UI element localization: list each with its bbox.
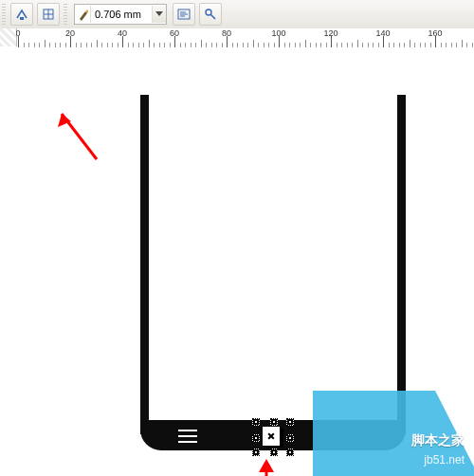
selection-bounding-box[interactable] [252,418,294,456]
chevron-down-icon [155,11,163,17]
svg-rect-0 [20,17,24,20]
phone-frame-right [397,95,406,434]
ruler-label: 160 [428,28,442,38]
toolbar-grip[interactable] [2,4,6,25]
watermark-text: 脚本之家 [411,432,465,449]
ruler-label: 60 [170,28,179,38]
horizontal-ruler[interactable]: 020406080100120140160 [0,28,474,48]
segment-flip-button[interactable] [10,3,33,26]
selection-handle-bl[interactable] [252,449,260,456]
selection-handle-bm[interactable] [270,449,278,456]
toolbar-grip-2[interactable] [64,4,67,25]
annotation-arrow-top [45,104,111,171]
ruler-label: 20 [65,28,75,38]
watermark-url: jb51.net [424,453,465,467]
outline-pen-icon [75,6,91,23]
outline-width-field[interactable] [74,4,167,25]
outline-width-input[interactable] [91,6,152,23]
selection-handle-tl[interactable] [252,418,260,426]
ruler-ticks: 020406080100120140160 [16,28,474,47]
hamburger-menu-icon [178,430,197,443]
property-bar [0,0,474,29]
phone-frame-left [140,95,149,434]
selection-handle-tm[interactable] [270,418,278,426]
ruler-label: 40 [118,28,127,38]
back-card-x-icon[interactable] [263,427,283,448]
selection-handle-mr[interactable] [286,434,294,442]
outline-width-dropdown[interactable] [152,6,166,23]
ruler-label: 120 [323,28,337,38]
ruler-label: 80 [222,28,231,38]
app-stage: 020406080100120140160 [0,0,474,476]
selection-handle-br[interactable] [286,449,294,456]
selection-handle-tr[interactable] [286,418,294,426]
annotation-arrow-bottom [253,455,280,476]
svg-point-3 [206,9,211,15]
ruler-label: 140 [375,28,390,38]
ruler-label: 0 [16,28,21,38]
vertical-ruler[interactable] [0,47,17,476]
outline-pen-options-button[interactable] [199,3,222,26]
selection-handle-ml[interactable] [252,434,260,442]
wrap-paragraph-text-button[interactable] [173,3,195,26]
segment-settings-button[interactable] [37,3,60,26]
ruler-origin-box[interactable] [0,28,17,46]
ruler-label: 100 [271,28,285,38]
